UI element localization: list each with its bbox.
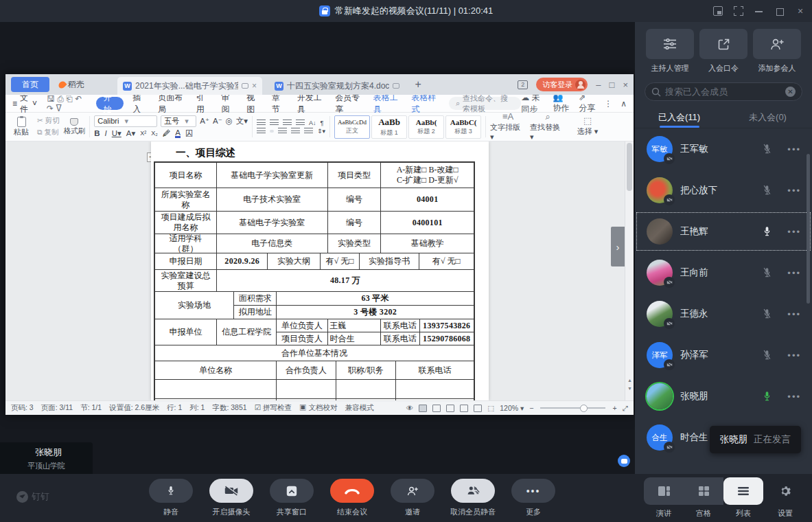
text-effects-button[interactable]: 文▾ [236,116,248,126]
fullscreen-icon[interactable] [734,6,743,16]
more-button[interactable]: ••• 更多 [511,479,555,517]
mic-muted-icon[interactable] [758,184,775,196]
menu-reference[interactable]: 引用 [190,92,216,115]
doc-tab-1[interactable]: W 2021年实验...础电子学实验室 × [117,77,262,95]
zoom-out-button[interactable]: − [529,404,533,412]
zoom-in-button[interactable]: + [612,404,616,412]
tab-not-joined[interactable]: 未入会(0) [723,108,812,128]
superscript-button[interactable]: X² [140,130,146,137]
view-speaker[interactable]: 演讲 [644,477,684,519]
style-heading3[interactable]: AaBbC(标题 3 [445,115,481,139]
next-page-icon[interactable]: ▼ [625,386,634,391]
more-menu-icon[interactable]: ⋮ [604,99,612,109]
chat-bubble-button[interactable] [618,455,630,467]
participant-row[interactable]: 军敏 王军敏 ••• [635,128,812,170]
highlight-color-button[interactable]: 🖉 [163,129,171,137]
shrink-font-button[interactable]: A⁻ [213,116,222,126]
invite-button[interactable]: 邀请 [391,479,434,517]
menu-view[interactable]: 视图 [240,92,266,115]
quick-access-icons[interactable]: 🖫 ⎙ ⎗ ↶ ↷ ᐁ [47,94,88,113]
outline-view-icon[interactable] [432,405,441,412]
wps-minimize-button[interactable]: – [596,80,601,90]
menu-file[interactable]: ≡ 文件 ˅ [12,92,37,115]
add-participant-button[interactable]: 添加参会人 [752,29,802,73]
mic-muted-icon[interactable] [758,143,775,155]
share-button[interactable]: ⇗ 分享 [579,93,596,114]
panel-collapse-chevron[interactable]: › [611,227,625,266]
italic-button[interactable]: I [105,129,107,137]
select-button[interactable]: ⬚选择 ▾ [570,117,605,137]
wps-maximize-button[interactable]: □ [610,80,615,90]
mute-button[interactable]: 静音 [149,479,193,517]
sidebar-scrollbar[interactable] [807,154,810,304]
eye-protect-icon[interactable]: 👁 [406,404,414,412]
menu-devtools[interactable]: 开发工具 [291,92,329,115]
participant-more-button[interactable]: ••• [787,392,801,402]
camera-on-button[interactable]: 开启摄像头 [209,479,253,517]
unmute-all-button[interactable]: 取消全员静音 [451,479,495,517]
font-name-select[interactable]: Calibri▾ [94,115,157,127]
collab-button[interactable]: 👥协作 [553,93,570,114]
align-justify-icon[interactable] [291,128,300,134]
search-participant-input[interactable]: 搜索已入会成员 ✕ [645,82,802,101]
doc-fullscreen-icon[interactable]: ⤢ [623,404,628,413]
menu-member[interactable]: 会员专享 [329,92,367,115]
style-heading1[interactable]: AaBb标题 1 [371,115,407,139]
ink-view-icon[interactable] [474,405,482,412]
wps-close-button[interactable]: × [623,80,628,90]
participant-more-button[interactable]: ••• [787,144,801,155]
wps-docer-tab[interactable]: 稻壳 [59,77,84,92]
mic-speaking-icon[interactable] [758,390,775,402]
host-manage-button[interactable]: 主持人管理 [645,29,695,73]
view-grid[interactable]: 宫格 [684,477,723,519]
style-normal[interactable]: AaBbCcDd正文 [334,115,370,139]
doc-proof-toggle[interactable]: ▣ 文档校对 [299,403,337,413]
find-replace-button[interactable]: ⌕查找替换 ▾ [530,113,566,141]
participant-more-button[interactable]: ••• [787,268,801,278]
tab-joined[interactable]: 已入会(11) [635,108,723,128]
align-left-icon[interactable] [257,128,266,134]
wps-home-tab[interactable]: 首页 [11,77,49,92]
share-window-button[interactable]: 共享窗口 [270,479,314,517]
bold-button[interactable]: B [94,129,100,137]
participant-row[interactable]: 把心放下 ••• [635,170,812,211]
doc-tab-2[interactable]: W 十四五实验室规划方案4.doc [269,77,405,95]
char-border-button[interactable]: 囚 [185,128,194,139]
prev-page-icon[interactable]: ▲ [625,378,634,383]
guest-login-button[interactable]: 访客登录 [536,78,588,91]
mini-window-icon[interactable] [713,6,723,16]
style-heading2[interactable]: AaBb(标题 2 [408,115,444,139]
mic-on-icon[interactable] [758,225,775,238]
spell-check-toggle[interactable]: ☑ 拼写检查 [255,403,292,413]
mic-muted-icon[interactable] [758,308,775,320]
menu-page-layout[interactable]: 页面布局 [152,92,190,115]
clear-search-icon[interactable]: ✕ [785,87,796,97]
participant-row[interactable]: 王德永 ••• [635,293,812,334]
close-doc-icon[interactable]: × [252,81,257,91]
mic-muted-icon[interactable] [758,349,775,361]
font-size-select[interactable]: 五号▾ [161,115,196,127]
menu-table-style[interactable]: 表格样式 [405,92,443,115]
document-page[interactable]: 一、项目综述 项目名称 基础电子学实验室更新 项目类型 A-新建□ B-改建□ … [151,141,489,400]
fit-page-icon[interactable]: ⬚ [487,404,494,412]
participant-row[interactable]: 泽军 孙泽军 ••• [635,334,812,376]
settings-button[interactable]: 设置 [770,477,800,519]
strikethrough-button[interactable]: A▾ [126,128,135,138]
grow-font-button[interactable]: A⁺ [200,116,209,126]
menu-insert[interactable]: 插入 [126,92,152,115]
page-view-icon[interactable] [419,405,427,412]
show-marks-icon[interactable]: ¶ [321,120,324,126]
sync-status[interactable]: ☁ 未同步 [521,92,544,115]
clear-format-button[interactable]: ◎ [226,116,233,126]
typeset-button[interactable]: ≡A文字排版 ▾ [490,113,526,141]
paste-button[interactable]: 粘贴 [10,117,33,137]
format-painter-button[interactable]: 格式刷 [64,118,86,136]
command-search-box[interactable]: ⌕ 查找命令、搜索模板 [449,97,521,110]
decrease-indent-icon[interactable] [283,120,292,126]
menu-review[interactable]: 审阅 [215,92,240,115]
collapse-ribbon-icon[interactable]: ∧ [620,99,627,109]
close-button[interactable]: × [796,6,805,16]
minimize-button[interactable] [754,6,764,16]
participant-row-selected[interactable]: 王艳辉 ••• [635,211,812,252]
participant-more-button[interactable]: ••• [787,350,801,361]
